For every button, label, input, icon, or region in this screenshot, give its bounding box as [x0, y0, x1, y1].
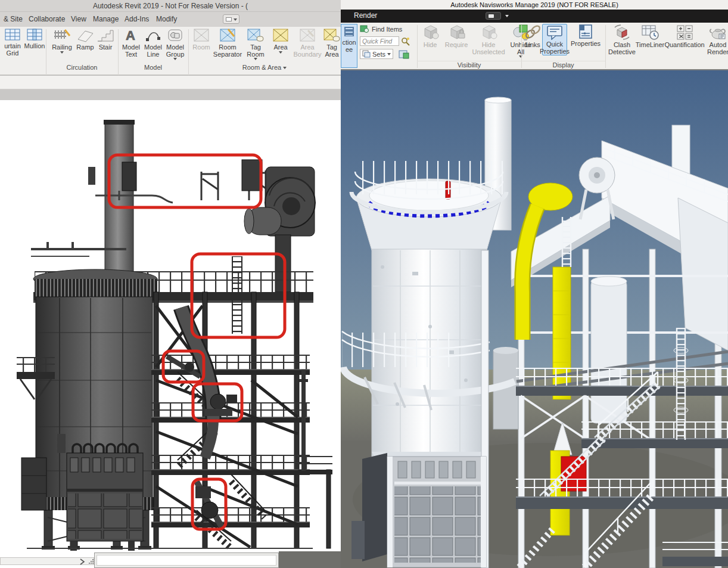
- links-icon: [524, 24, 542, 41]
- quick-properties-icon: [546, 24, 564, 40]
- sets-manager-icon[interactable]: [398, 49, 410, 59]
- room-area-group-label[interactable]: Room & Area: [188, 63, 341, 73]
- revit-3d-view[interactable]: [0, 100, 341, 551]
- dropdown-arrow-icon: [283, 67, 287, 69]
- tag-room-icon: [247, 28, 264, 42]
- area-button[interactable]: Area: [269, 28, 292, 54]
- stair-button[interactable]: Stair: [95, 28, 116, 51]
- revit-bottom-bar: [0, 551, 341, 568]
- sets-row: Sets: [360, 49, 410, 59]
- tab-massing-site[interactable]: & Site: [0, 12, 26, 27]
- scroll-right-icon[interactable]: [79, 558, 85, 565]
- dropdown-arrow-icon: [60, 51, 64, 54]
- quick-find-input[interactable]: [360, 36, 399, 46]
- model-group-button[interactable]: Model Group: [164, 28, 186, 60]
- timeliner-icon: [641, 24, 659, 41]
- dropdown-arrow-icon: [234, 18, 237, 21]
- dropdown-arrow-icon: [279, 51, 282, 54]
- circulation-group-label: Circulation: [46, 63, 118, 73]
- background-fill: [279, 551, 341, 568]
- model-line-button[interactable]: Model Line: [143, 28, 163, 58]
- sets-icon: [362, 50, 371, 58]
- quick-find-row: [360, 36, 410, 46]
- timeliner-label: TimeLiner: [636, 42, 665, 49]
- model-text-icon: A: [123, 28, 139, 42]
- panel-icon: [226, 17, 232, 21]
- ramp-button[interactable]: Ramp: [75, 28, 95, 51]
- curtain-grid-button[interactable]: urtain Grid: [1, 28, 24, 57]
- require-button: Require: [443, 24, 469, 49]
- tab-add-ins[interactable]: Add-Ins: [121, 12, 153, 27]
- stair-icon: [97, 28, 114, 42]
- quick-properties-label: Quick Properties: [540, 41, 570, 55]
- dropdown-arrow-icon: [387, 53, 391, 55]
- panel-icon: [489, 14, 494, 18]
- display-group-label: Display: [521, 61, 605, 69]
- stair-label: Stair: [99, 44, 113, 51]
- revit-options-bar: [0, 75, 341, 89]
- furnace-box: [351, 453, 486, 567]
- visibility-group-label: Visibility: [417, 61, 521, 69]
- autodesk-render-button[interactable]: Autod Render: [706, 24, 728, 55]
- room-button: Room: [191, 28, 212, 51]
- ribbon-display-toggle[interactable]: [223, 14, 239, 24]
- require-icon: [447, 24, 465, 41]
- revit-ribbon: urtain Grid Mullion Railing Ramp Stair: [0, 27, 341, 75]
- quick-properties-button[interactable]: Quick Properties: [542, 24, 567, 55]
- revit-plant-model: [17, 120, 332, 551]
- tag-room-button[interactable]: Tag Room: [243, 28, 268, 60]
- area-boundary-icon: [300, 28, 315, 42]
- area-label: Area: [273, 44, 287, 51]
- railing-label: Railing: [52, 44, 72, 51]
- svg-text:A: A: [126, 28, 135, 42]
- selection-tree-label: ction ee: [342, 39, 356, 53]
- clash-detective-icon: [612, 24, 631, 41]
- hide-unselected-label: Hide Unselected: [472, 42, 505, 55]
- mullion-button[interactable]: Mullion: [24, 28, 45, 50]
- tab-manage[interactable]: Manage: [89, 12, 122, 27]
- render-teapot-icon: [709, 24, 727, 41]
- links-label: Links: [525, 42, 540, 49]
- model-text-button[interactable]: A Model Text: [120, 28, 142, 58]
- area-icon: [273, 28, 288, 42]
- room-separator-button[interactable]: Room Separator: [212, 28, 243, 58]
- find-items-button[interactable]: Find Items: [360, 25, 402, 33]
- quick-find-search-icon[interactable]: [401, 37, 410, 46]
- navisworks-title-text: Autodesk Navisworks Manage 2019 (NOT FOR…: [450, 1, 618, 8]
- selection-tree-button[interactable]: ction ee: [341, 24, 357, 68]
- model-line-label: Model Line: [144, 44, 162, 58]
- room-icon: [194, 28, 209, 42]
- tab-collaborate[interactable]: Collaborate: [25, 12, 69, 27]
- navisworks-viewport[interactable]: [341, 70, 728, 568]
- model-text-label: Model Text: [122, 44, 140, 58]
- tag-area-button[interactable]: Tag Area: [322, 28, 342, 58]
- menu-render[interactable]: Render: [354, 10, 377, 23]
- dropdown-arrow-icon: [519, 55, 522, 58]
- model-group-label-strip: Model: [118, 63, 188, 73]
- sets-dropdown[interactable]: Sets: [360, 49, 393, 59]
- revit-tab-bar: & Site Collaborate View Manage Add-Ins M…: [0, 12, 341, 27]
- railing-button[interactable]: Railing: [50, 28, 74, 54]
- tab-modify[interactable]: Modify: [153, 12, 181, 27]
- tab-view[interactable]: View: [67, 12, 90, 27]
- revit-drawing-canvas[interactable]: [0, 100, 341, 551]
- status-box: [94, 553, 279, 568]
- navisworks-3d-view[interactable]: [341, 70, 728, 568]
- quantification-button[interactable]: Quantification: [665, 24, 704, 49]
- area-boundary-button: Area Boundary: [293, 28, 322, 58]
- autodesk-render-label: Autod Render: [707, 42, 728, 55]
- status-box-field[interactable]: [97, 555, 276, 566]
- clash-detective-button[interactable]: Clash Detective: [608, 24, 636, 55]
- quantification-label: Quantification: [664, 42, 704, 49]
- model-group-label: Model Group: [166, 44, 185, 58]
- navisworks-window: Autodesk Navisworks Manage 2019 (NOT FOR…: [341, 0, 728, 568]
- ribbon-display-toggle[interactable]: [486, 12, 501, 20]
- horizontal-scrollbar[interactable]: [0, 557, 94, 565]
- navisworks-titlebar[interactable]: Autodesk Navisworks Manage 2019 (NOT FOR…: [341, 0, 728, 10]
- clash-detective-label: Clash Detective: [608, 42, 636, 55]
- timeliner-button[interactable]: TimeLiner: [637, 24, 662, 49]
- revit-secondary-bar: [0, 89, 341, 100]
- room-label: Room: [192, 44, 210, 51]
- revit-titlebar[interactable]: Autodesk Revit 2019 - Not For Resale Ver…: [0, 0, 341, 12]
- properties-button[interactable]: Properties: [568, 24, 603, 48]
